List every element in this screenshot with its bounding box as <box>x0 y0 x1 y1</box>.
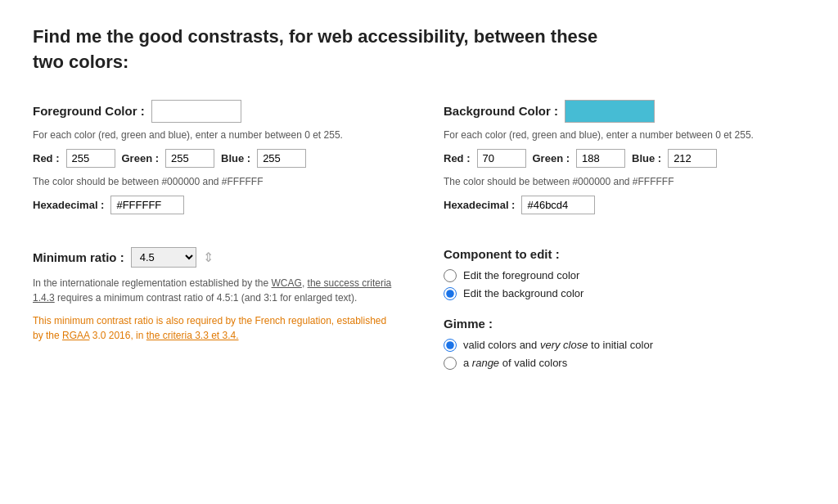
component-option-fg-label: Edit the foreground color <box>463 269 579 281</box>
foreground-blue-label: Blue : <box>221 152 250 164</box>
background-constraint: The color should be between #000000 and … <box>444 176 805 187</box>
component-radio-fg[interactable] <box>444 269 457 282</box>
component-title: Component to edit : <box>444 247 805 261</box>
foreground-red-label: Red : <box>33 152 60 164</box>
right-bottom-section: Component to edit : Edit the foreground … <box>444 247 805 386</box>
background-hex-label: Hexadecimal : <box>444 199 515 211</box>
foreground-constraint: The color should be between #000000 and … <box>33 176 394 187</box>
component-radio-group: Edit the foreground color Edit the backg… <box>444 269 805 300</box>
foreground-section: Foreground Color : For each color (red, … <box>33 100 394 231</box>
background-blue-input[interactable] <box>668 149 717 168</box>
gimme-option-close-label: valid colors and very close to initial c… <box>463 339 653 351</box>
foreground-blue-input[interactable] <box>257 149 306 168</box>
foreground-green-input[interactable] <box>165 149 214 168</box>
background-red-input[interactable] <box>477 149 526 168</box>
foreground-hint: For each color (red, green and blue), en… <box>33 129 394 141</box>
foreground-green-label: Green : <box>122 152 160 164</box>
component-radio-bg[interactable] <box>444 287 457 300</box>
gimme-radio-close[interactable] <box>444 339 457 352</box>
criteria-33-34-link[interactable]: the criteria 3.3 et 3.4. <box>146 330 239 341</box>
ratio-section: Minimum ratio : 3 4.5 7 ⇕ In the interna… <box>33 247 394 386</box>
background-hint: For each color (red, green and blue), en… <box>444 129 805 141</box>
component-option-bg[interactable]: Edit the background color <box>444 287 805 300</box>
component-option-bg-label: Edit the background color <box>463 287 583 299</box>
rgaa-link[interactable]: RGAA <box>62 330 89 341</box>
ratio-info2: This minimum contrast ratio is also requ… <box>33 313 394 343</box>
background-color-preview <box>565 100 655 123</box>
gimme-option-range-label: a range of valid colors <box>463 357 567 369</box>
ratio-label: Minimum ratio : <box>33 250 124 264</box>
background-green-input[interactable] <box>576 149 625 168</box>
background-green-label: Green : <box>533 152 570 164</box>
foreground-label: Foreground Color : <box>33 104 145 118</box>
background-section: Background Color : For each color (red, … <box>444 100 805 231</box>
foreground-hex-input[interactable] <box>110 196 184 214</box>
gimme-option-close[interactable]: valid colors and very close to initial c… <box>444 339 805 352</box>
gimme-radio-group: valid colors and very close to initial c… <box>444 339 805 370</box>
gimme-title: Gimme : <box>444 317 805 331</box>
criteria-link[interactable]: the success criteria 1.4.3 <box>33 277 391 304</box>
ratio-select-arrows-icon: ⇕ <box>203 250 214 265</box>
page-title: Find me the good constrasts, for web acc… <box>33 25 606 75</box>
foreground-hex-label: Hexadecimal : <box>33 199 104 211</box>
background-hex-input[interactable] <box>521 196 595 214</box>
gimme-radio-range[interactable] <box>444 357 457 370</box>
gimme-option-range[interactable]: a range of valid colors <box>444 357 805 370</box>
component-option-fg[interactable]: Edit the foreground color <box>444 269 805 282</box>
foreground-red-input[interactable] <box>66 149 115 168</box>
background-red-label: Red : <box>444 152 471 164</box>
ratio-info1: In the internationale reglementation est… <box>33 276 394 305</box>
background-label: Background Color : <box>444 104 558 118</box>
foreground-color-preview <box>151 100 241 123</box>
wcag-link[interactable]: WCAG <box>272 277 302 289</box>
background-blue-label: Blue : <box>632 152 661 164</box>
ratio-select[interactable]: 3 4.5 7 <box>131 247 196 268</box>
